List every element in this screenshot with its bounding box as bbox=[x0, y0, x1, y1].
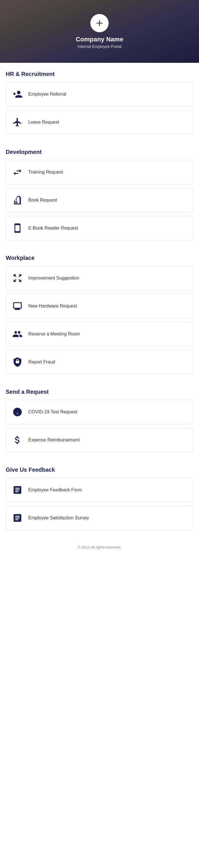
people-icon bbox=[11, 328, 24, 340]
card-reserve-meeting-room[interactable]: Reserve a Meeting Room bbox=[6, 322, 193, 346]
leave-request-label: Leave Request bbox=[28, 120, 59, 125]
card-employee-referral[interactable]: Employee Referral bbox=[6, 82, 193, 106]
survey-icon bbox=[11, 512, 24, 524]
arrows-icon bbox=[11, 166, 24, 179]
person-add-icon bbox=[11, 88, 24, 100]
section-title-workplace: Workplace bbox=[6, 255, 193, 261]
employee-feedback-form-label: Employee Feedback Form bbox=[28, 487, 82, 493]
section-title-development: Development bbox=[6, 149, 193, 155]
card-book-request[interactable]: Book Request bbox=[6, 188, 193, 212]
card-ebook-reader-request[interactable]: E-Book Reader Request bbox=[6, 216, 193, 240]
reserve-meeting-room-label: Reserve a Meeting Room bbox=[28, 332, 80, 337]
card-new-hardware-request[interactable]: New Hardware Request bbox=[6, 294, 193, 318]
card-leave-request[interactable]: Leave Request bbox=[6, 110, 193, 134]
medical-icon bbox=[11, 406, 24, 418]
portal-subtitle: Internal Employee Portal bbox=[78, 44, 121, 49]
ebook-reader-label: E-Book Reader Request bbox=[28, 225, 78, 231]
card-employee-satisfaction-survey[interactable]: Employee Satisfaction Survey bbox=[6, 506, 193, 530]
svg-rect-0 bbox=[16, 201, 17, 202]
ebook-icon bbox=[11, 222, 24, 235]
plane-icon bbox=[11, 116, 24, 128]
section-development: Development Training Request Book Reques… bbox=[0, 141, 199, 247]
dollar-icon bbox=[11, 434, 24, 446]
card-training-request[interactable]: Training Request bbox=[6, 160, 193, 184]
footer-text: © 2021 All rights reserved. bbox=[78, 545, 121, 549]
book-icon bbox=[11, 194, 24, 207]
svg-rect-1 bbox=[16, 203, 18, 203]
section-title-feedback: Give Us Feedback bbox=[6, 467, 193, 473]
card-report-fraud[interactable]: Report Fraud bbox=[6, 350, 193, 374]
section-send-request: Send a Request COVID-19 Test Request Exp… bbox=[0, 381, 199, 459]
report-fraud-label: Report Fraud bbox=[28, 360, 55, 365]
new-hardware-request-label: New Hardware Request bbox=[28, 304, 77, 309]
monitor-icon bbox=[11, 300, 24, 312]
expense-reimbursement-label: Expense Reimbursement bbox=[28, 437, 80, 442]
plus-icon bbox=[95, 19, 104, 28]
training-request-label: Training Request bbox=[28, 169, 63, 175]
header: Company Name Internal Employee Portal bbox=[0, 0, 199, 63]
header-content: Company Name Internal Employee Portal bbox=[76, 14, 123, 49]
improvement-suggestion-label: Improvement Suggestion bbox=[28, 276, 79, 281]
section-workplace: Workplace Improvement Suggestion New Har… bbox=[0, 247, 199, 381]
form-icon bbox=[11, 484, 24, 496]
book-request-label: Book Request bbox=[28, 197, 57, 203]
employee-referral-label: Employee Referral bbox=[28, 92, 66, 97]
header-icon-circle bbox=[90, 14, 109, 32]
section-title-hr: HR & Recruitment bbox=[6, 71, 193, 78]
fraud-icon bbox=[11, 356, 24, 368]
expand-icon bbox=[11, 272, 24, 284]
section-feedback: Give Us Feedback Employee Feedback Form … bbox=[0, 459, 199, 536]
footer: © 2021 All rights reserved. bbox=[0, 536, 199, 558]
covid-test-request-label: COVID-19 Test Request bbox=[28, 409, 77, 414]
employee-satisfaction-survey-label: Employee Satisfaction Survey bbox=[28, 516, 89, 521]
section-title-send-request: Send a Request bbox=[6, 389, 193, 395]
card-expense-reimbursement[interactable]: Expense Reimbursement bbox=[6, 428, 193, 452]
card-covid-test-request[interactable]: COVID-19 Test Request bbox=[6, 400, 193, 424]
section-hr-recruitment: HR & Recruitment Employee Referral Leave… bbox=[0, 63, 199, 141]
company-name: Company Name bbox=[76, 36, 123, 43]
card-improvement-suggestion[interactable]: Improvement Suggestion bbox=[6, 266, 193, 290]
svg-rect-3 bbox=[16, 411, 19, 411]
card-employee-feedback-form[interactable]: Employee Feedback Form bbox=[6, 478, 193, 502]
